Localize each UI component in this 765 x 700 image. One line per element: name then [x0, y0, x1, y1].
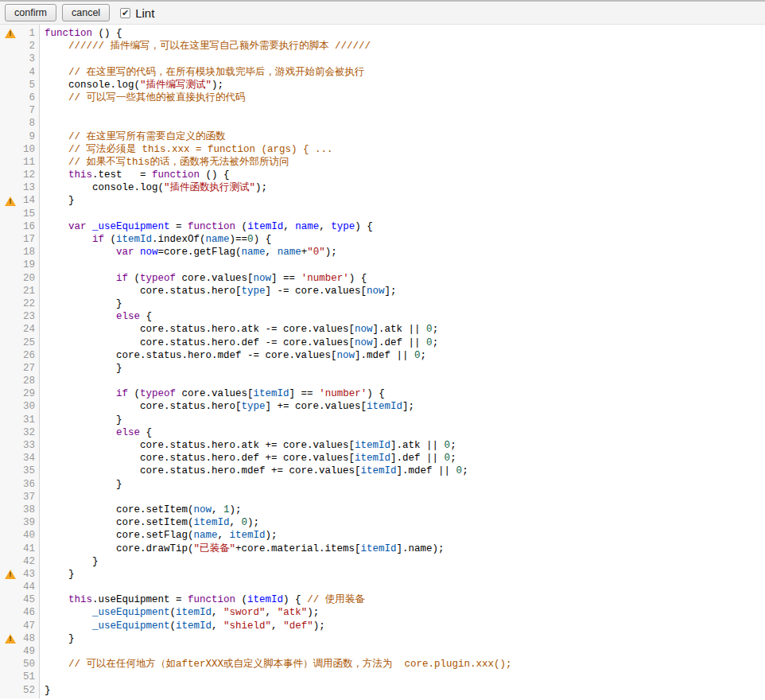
code-line[interactable]: 17 if (itemId.indexOf(name)==0) { [0, 233, 765, 246]
code-line[interactable]: 44 [0, 581, 765, 593]
lint-marker-empty [0, 310, 21, 323]
code-line[interactable]: 30 core.status.hero[type] += core.values… [0, 400, 765, 413]
code-line[interactable]: 8 [0, 117, 765, 130]
code-line[interactable]: !48 } [0, 632, 765, 645]
line-number: 12 [21, 169, 39, 181]
code-line[interactable]: 22 } [0, 298, 765, 310]
code-line[interactable]: 24 core.status.hero.atk -= core.values[n… [0, 323, 765, 336]
lint-marker-empty [0, 465, 21, 477]
line-number: 4 [21, 66, 39, 79]
code-line[interactable]: 29 if (typeof core.values[itemId] == 'nu… [0, 387, 765, 400]
code-line[interactable]: !14 } [0, 194, 765, 207]
line-number: 32 [21, 426, 39, 439]
code-line[interactable]: 39 core.setItem(itemId, 0); [0, 516, 765, 529]
code-line[interactable]: 31 } [0, 414, 765, 426]
code-line[interactable]: 38 core.setItem(now, 1); [0, 504, 765, 516]
line-number: 30 [21, 400, 39, 413]
line-number: 10 [21, 143, 39, 156]
code-text: this.useEquipment = function (itemId) { … [39, 593, 365, 606]
code-line[interactable]: 9 // 在这里写所有需要自定义的函数 [0, 130, 765, 143]
code-text: // 在这里写的代码，在所有模块加载完毕后，游戏开始前会被执行 [39, 66, 365, 79]
code-text [39, 208, 45, 220]
code-text: core.status.hero.def += core.values[item… [39, 452, 456, 465]
code-line[interactable]: 28 [0, 375, 765, 387]
warning-icon[interactable]: ! [5, 634, 16, 644]
code-line[interactable]: 35 core.status.hero.mdef += core.values[… [0, 465, 765, 477]
code-line[interactable]: 23 else { [0, 310, 765, 323]
code-line[interactable]: 25 core.status.hero.def -= core.values[n… [0, 336, 765, 349]
warning-icon[interactable]: ! [5, 29, 16, 38]
code-line[interactable]: 50 // 可以在任何地方（如afterXXX或自定义脚本事件）调用函数，方法为… [0, 658, 765, 671]
code-line[interactable]: !1function () { [0, 27, 765, 40]
code-line[interactable]: 26 core.status.hero.mdef -= core.values[… [0, 349, 765, 362]
lint-toggle[interactable]: ✔ Lint [120, 6, 154, 20]
code-text: // 在这里写所有需要自定义的函数 [39, 130, 226, 143]
code-line[interactable]: 18 var now=core.getFlag(name, name+"0"); [0, 246, 765, 259]
lint-marker-empty [0, 298, 21, 310]
lint-marker-empty [0, 620, 21, 632]
cancel-button[interactable]: cancel [62, 4, 110, 21]
line-number: 40 [21, 529, 39, 542]
lint-warning-marker[interactable]: ! [0, 632, 21, 645]
code-line[interactable]: 34 core.status.hero.def += core.values[i… [0, 452, 765, 465]
code-line[interactable]: 5 console.log("插件编写测试"); [0, 79, 765, 91]
code-line[interactable]: 37 [0, 491, 765, 504]
warning-icon[interactable]: ! [5, 196, 16, 206]
plugin-editor-window: confirm cancel ✔ Lint !1function () {2 /… [0, 0, 765, 700]
code-line[interactable]: !43 } [0, 568, 765, 581]
code-text: // 可以在任何地方（如afterXXX或自定义脚本事件）调用函数，方法为 co… [39, 658, 512, 671]
code-line[interactable]: 13 console.log("插件函数执行测试"); [0, 181, 765, 194]
lint-marker-empty [0, 117, 21, 130]
code-line[interactable]: 19 [0, 259, 765, 271]
lint-marker-empty [0, 516, 21, 529]
line-number: 5 [21, 79, 39, 91]
code-line[interactable]: 4 // 在这里写的代码，在所有模块加载完毕后，游戏开始前会被执行 [0, 66, 765, 79]
code-line[interactable]: 10 // 写法必须是 this.xxx = function (args) {… [0, 143, 765, 156]
code-editor[interactable]: !1function () {2 ////// 插件编写，可以在这里写自己额外需… [0, 25, 765, 698]
line-number: 50 [21, 658, 39, 671]
line-number: 35 [21, 465, 39, 477]
code-line[interactable]: 21 core.status.hero[type] -= core.values… [0, 285, 765, 298]
code-line[interactable]: 49 [0, 645, 765, 658]
line-number: 52 [21, 684, 39, 697]
code-line[interactable]: 33 core.status.hero.atk += core.values[i… [0, 439, 765, 452]
lint-warning-marker[interactable]: ! [0, 568, 21, 581]
warning-icon[interactable]: ! [5, 570, 16, 579]
line-number: 33 [21, 439, 39, 452]
code-line[interactable]: 52} [0, 684, 765, 697]
code-line[interactable]: 6 // 可以写一些其他的被直接执行的代码 [0, 91, 765, 104]
code-line[interactable]: 45 this.useEquipment = function (itemId)… [0, 593, 765, 606]
code-text [39, 104, 45, 117]
code-line[interactable]: 51 [0, 671, 765, 683]
code-line[interactable]: 27 } [0, 362, 765, 375]
code-line[interactable]: 20 if (typeof core.values[now] == 'numbe… [0, 272, 765, 285]
lint-checkbox[interactable]: ✔ [120, 8, 130, 18]
lint-warning-marker[interactable]: ! [0, 27, 21, 40]
code-line[interactable]: 41 core.drawTip("已装备"+core.material.item… [0, 542, 765, 555]
code-line[interactable]: 15 [0, 208, 765, 220]
lint-marker-empty [0, 220, 21, 233]
code-text [39, 581, 45, 593]
warning-exclamation: ! [9, 198, 12, 205]
code-line[interactable]: 11 // 如果不写this的话，函数将无法被外部所访问 [0, 156, 765, 169]
code-line[interactable]: 47 _useEquipment(itemId, "shield", "def"… [0, 620, 765, 632]
warning-exclamation: ! [9, 30, 12, 37]
confirm-button[interactable]: confirm [5, 4, 56, 21]
line-number: 14 [21, 194, 39, 207]
line-number: 21 [21, 285, 39, 298]
code-line[interactable]: 3 [0, 52, 765, 65]
code-line[interactable]: 46 _useEquipment(itemId, "sword", "atk")… [0, 606, 765, 619]
lint-warning-marker[interactable]: ! [0, 194, 21, 207]
lint-marker-empty [0, 658, 21, 671]
code-line[interactable]: 7 [0, 104, 765, 117]
code-line[interactable]: 2 ////// 插件编写，可以在这里写自己额外需要执行的脚本 ////// [0, 40, 765, 52]
code-line[interactable]: 40 core.setFlag(name, itemId); [0, 529, 765, 542]
lint-marker-empty [0, 593, 21, 606]
code-line[interactable]: 42 } [0, 555, 765, 568]
code-line[interactable]: 16 var _useEquipment = function (itemId,… [0, 220, 765, 233]
code-line[interactable]: 32 else { [0, 426, 765, 439]
code-line[interactable]: 36 } [0, 478, 765, 491]
code-line[interactable]: 12 this.test = function () { [0, 169, 765, 181]
code-text: function () { [39, 27, 122, 40]
line-number: 34 [21, 452, 39, 465]
